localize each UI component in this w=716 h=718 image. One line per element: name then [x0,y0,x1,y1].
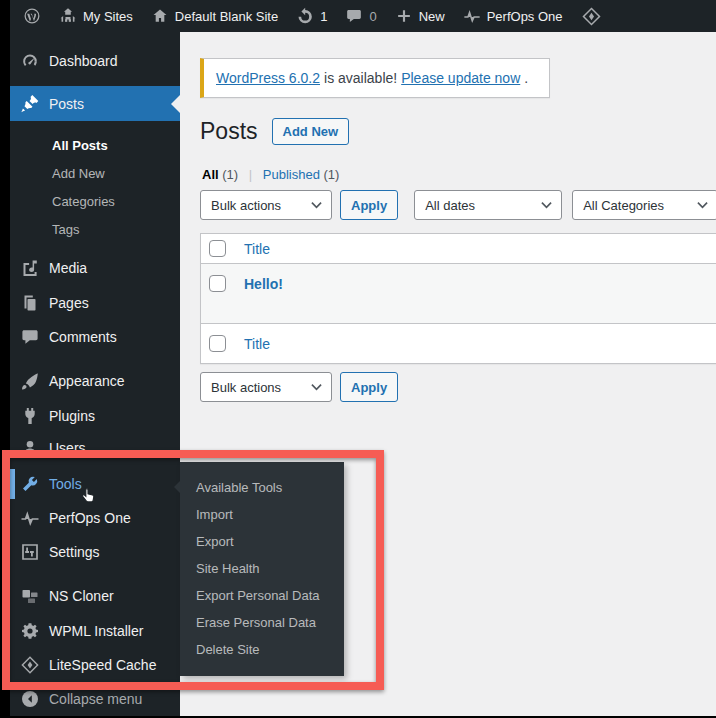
sidebar-item-label: WPML Installer [49,623,143,639]
flyout-import[interactable]: Import [180,501,344,528]
notice-period: . [524,70,528,86]
row-checkbox[interactable] [209,275,226,292]
media-icon [20,258,40,278]
flyout-site-health[interactable]: Site Health [180,555,344,582]
user-icon [20,438,40,458]
plug-icon [20,406,40,426]
title-column-footer[interactable]: Title [244,336,270,352]
select-all-checkbox-footer[interactable] [209,335,226,352]
top-table-controls: Bulk actions Apply All dates All Categor… [200,190,716,220]
apply-button[interactable]: Apply [340,190,398,220]
update-count: 1 [320,9,327,24]
flyout-delete-site[interactable]: Delete Site [180,636,344,663]
tools-flyout-menu: Available Tools Import Export Site Healt… [180,462,344,676]
wrench-icon [20,474,40,494]
sidebar-item-perfops-one[interactable]: PerfOps One [10,501,180,535]
submenu-all-posts[interactable]: All Posts [10,132,180,158]
litespeed-menu[interactable] [572,0,611,32]
categories-filter-select[interactable]: All Categories [572,190,716,220]
add-new-button[interactable]: Add New [272,118,350,145]
sidebar-item-dashboard[interactable]: Dashboard [10,44,180,78]
new-content-menu[interactable]: New [386,0,454,32]
litespeed-diamond-icon [581,6,602,27]
post-title-link[interactable]: Hello! [244,276,283,292]
sidebar-item-litespeed-cache[interactable]: LiteSpeed Cache [10,648,180,682]
flyout-available-tools[interactable]: Available Tools [180,474,344,501]
submenu-add-new[interactable]: Add New [10,160,180,186]
collapse-menu-button[interactable]: Collapse menu [10,682,180,716]
page-title-row: Posts Add New [200,117,349,147]
wordpress-logo-icon [23,7,41,25]
bulk-actions-select[interactable]: Bulk actions [200,190,332,220]
paintbrush-icon [20,371,40,391]
flyout-export-personal-data[interactable]: Export Personal Data [180,582,344,609]
site-menu[interactable]: Default Blank Site [142,0,287,32]
sidebar-item-media[interactable]: Media [10,251,180,285]
sidebar-item-label: Users [49,440,86,456]
bottom-table-controls: Bulk actions Apply [200,372,398,402]
wordpress-logo-menu[interactable] [14,0,50,32]
view-all-count: (1) [222,167,238,182]
flyout-erase-personal-data[interactable]: Erase Personal Data [180,609,344,636]
table-row: Hello! [201,264,716,323]
gear-icon [20,621,40,641]
my-sites-label: My Sites [83,9,133,24]
comment-bubble-icon [345,7,363,25]
sidebar-item-plugins[interactable]: Plugins [10,399,180,433]
collapse-arrow-icon [20,689,40,709]
my-sites-icon [59,7,77,25]
submenu-categories[interactable]: Categories [10,188,180,214]
title-column-header[interactable]: Title [244,241,270,257]
select-all-checkbox[interactable] [209,240,226,257]
apply-button-bottom[interactable]: Apply [340,372,398,402]
sidebar-item-label: Plugins [49,408,95,424]
sidebar-item-label: Pages [49,295,89,311]
perfops-label: PerfOps One [487,9,563,24]
sidebar-item-label: PerfOps One [49,510,131,526]
view-all-link[interactable]: All [202,167,219,182]
my-sites-menu[interactable]: My Sites [50,0,142,32]
dashboard-gauge-icon [20,51,40,71]
sidebar-item-comments[interactable]: Comments [10,320,180,354]
bulk-actions-select-bottom[interactable]: Bulk actions [200,372,332,402]
admin-sidebar: Dashboard Posts All Posts Add New Catego… [10,32,180,716]
comment-bubble-icon [20,327,40,347]
collapse-menu-label: Collapse menu [49,691,142,707]
sidebar-item-label: Appearance [49,373,125,389]
posts-list-table: Title Hello! Title [200,233,716,364]
sidebar-item-settings[interactable]: Settings [10,535,180,569]
sidebar-item-appearance[interactable]: Appearance [10,364,180,398]
flyout-export[interactable]: Export [180,528,344,555]
sidebar-item-wpml-installer[interactable]: WPML Installer [10,614,180,648]
submenu-tags[interactable]: Tags [10,216,180,242]
site-name: Default Blank Site [175,9,278,24]
plus-icon [395,7,413,25]
sidebar-item-label: LiteSpeed Cache [49,657,156,673]
perfops-menu[interactable]: PerfOps One [454,0,572,32]
sidebar-item-label: Media [49,260,87,276]
page-title: Posts [200,117,258,147]
update-now-link[interactable]: Please update now [401,70,520,86]
dates-filter-select[interactable]: All dates [414,190,562,220]
sidebar-item-label: Settings [49,544,100,560]
pulse-icon [20,508,40,528]
table-footer-row: Title [201,323,716,363]
sidebar-item-tools[interactable]: Tools [10,467,180,501]
sidebar-item-ns-cloner[interactable]: NS Cloner [10,579,180,613]
update-version-link[interactable]: WordPress 6.0.2 [216,70,320,86]
updates-menu[interactable]: 1 [287,0,336,32]
comments-menu[interactable]: 0 [336,0,385,32]
sidebar-item-posts[interactable]: Posts [10,86,180,121]
sliders-icon [20,542,40,562]
sidebar-item-users[interactable]: Users [10,431,180,465]
view-published-link[interactable]: Published [263,167,320,182]
sidebar-item-pages[interactable]: Pages [10,286,180,320]
home-icon [151,7,169,25]
views-separator: | [249,167,252,182]
clone-squares-icon [20,586,40,606]
chevron-down-icon [541,201,552,209]
diamond-icon [20,655,40,675]
admin-bar: My Sites Default Blank Site 1 0 New [10,0,716,32]
notice-text: is available! [324,70,397,86]
pushpin-icon [20,94,40,114]
